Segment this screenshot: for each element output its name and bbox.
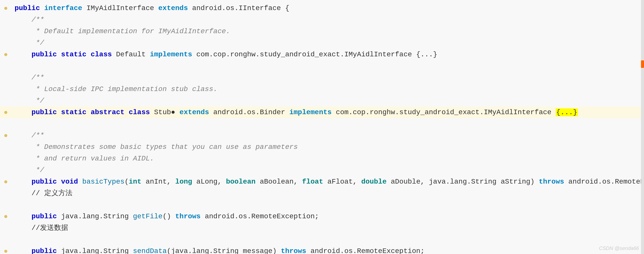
code-segment: Default: [112, 51, 150, 58]
code-segment: [15, 108, 31, 116]
code-line-8: * Local-side IPC implementation stub cla…: [0, 83, 644, 95]
code-segment: [87, 51, 91, 58]
code-line-7: /**: [0, 72, 644, 83]
code-segment: aFloat,: [323, 178, 361, 186]
code-segment: long: [175, 178, 192, 186]
code-segment: [15, 247, 31, 254]
code-content-1: public interface IMyAidlInterface extend…: [15, 3, 644, 14]
code-line-18: [0, 199, 644, 211]
gutter-dot-1: [4, 7, 7, 10]
code-segment: java.lang.String: [57, 247, 133, 254]
code-content-3: * Default implementation for IMyAidlInte…: [15, 26, 644, 37]
code-segment: public: [31, 108, 57, 116]
code-line-20: //发送数据: [0, 222, 644, 234]
code-line-22: public java.lang.String sendData(java.la…: [0, 245, 644, 254]
code-segment: /**: [15, 16, 44, 24]
code-segment: [15, 178, 31, 186]
code-content-2: /**: [15, 15, 644, 25]
code-content-8: * Local-side IPC implementation stub cla…: [15, 84, 644, 95]
code-segment: aDouble, java.lang.String aString): [387, 178, 539, 186]
code-segment: * Default implementation for IMyAidlInte…: [15, 27, 230, 35]
code-line-15: */: [0, 164, 644, 176]
code-line-5: public static class Default implements c…: [0, 49, 644, 60]
code-line-4: */: [0, 37, 644, 49]
code-segment: sendData: [133, 247, 167, 254]
code-segment: class: [91, 51, 112, 58]
gutter-dot-10: [4, 111, 7, 114]
code-segment: java.lang.String: [57, 213, 133, 220]
code-segment: aLong,: [192, 178, 226, 186]
code-content-4: */: [15, 38, 644, 48]
watermark: CSDN @senda66: [599, 244, 639, 252]
code-segment: throws: [175, 213, 201, 220]
code-segment: basicTypes: [82, 178, 125, 186]
code-segment: public: [31, 178, 57, 186]
code-segment: [57, 51, 61, 58]
code-content-15: */: [15, 165, 644, 176]
gutter-10: [2, 111, 10, 114]
scrollbar-right[interactable]: [641, 0, 644, 254]
code-segment: android.os.RemoteException;: [564, 178, 644, 186]
code-segment: */: [15, 39, 44, 47]
code-segment: android.os.Binder: [209, 108, 289, 116]
gutter-dot-19: [4, 215, 7, 218]
code-segment: [87, 108, 91, 116]
code-segment: com.cop.ronghw.study_android_exact.IMyAi…: [332, 108, 556, 116]
code-segment: [15, 51, 31, 58]
code-line-3: * Default implementation for IMyAidlInte…: [0, 26, 644, 37]
code-segment: [57, 108, 61, 116]
code-line-14: * and return values in AIDL.: [0, 153, 644, 164]
code-segment: aBoolean,: [256, 178, 302, 186]
code-segment: android.os.RemoteException;: [200, 213, 319, 220]
code-segment: extends: [179, 108, 209, 116]
code-segment: /**: [15, 74, 44, 81]
code-segment: Stub●: [150, 108, 180, 116]
code-content-17: // 定义方法: [15, 188, 644, 199]
code-content-12: /**: [15, 130, 644, 141]
gutter-1: [2, 7, 10, 10]
code-segment: public: [31, 213, 57, 220]
code-content-5: public static class Default implements c…: [15, 49, 644, 60]
code-line-9: */: [0, 95, 644, 107]
gutter-16: [2, 180, 10, 183]
code-segment: IMyAidlInterface: [82, 4, 158, 12]
gutter-19: [2, 215, 10, 218]
code-segment: ...}: [420, 51, 437, 58]
code-segment: interface: [44, 4, 82, 12]
code-segment: // 定义方法: [15, 189, 72, 197]
code-segment: class: [129, 108, 150, 116]
gutter-dot-22: [4, 250, 7, 253]
code-segment: public: [31, 51, 57, 58]
code-segment: (: [125, 178, 129, 186]
code-segment: android.os.IInterface {: [188, 4, 289, 12]
gutter-dot-12: [4, 134, 7, 137]
code-segment: [78, 178, 82, 186]
code-segment: boolean: [226, 178, 256, 186]
code-segment: com.cop.ronghw.study_android_exact.IMyAi…: [192, 51, 420, 58]
code-segment: int: [129, 178, 141, 186]
code-content-13: * Demonstrates some basic types that you…: [15, 142, 644, 152]
code-segment: /**: [15, 132, 44, 139]
code-content-16: public void basicTypes(int anInt, long a…: [15, 177, 644, 187]
code-segment: abstract: [91, 108, 125, 116]
code-segment: float: [302, 178, 323, 186]
code-segment: static: [61, 108, 87, 116]
code-segment: static: [61, 51, 87, 58]
gutter-dot-5: [4, 53, 7, 56]
code-line-19: public java.lang.String getFile() throws…: [0, 211, 644, 222]
gutter-12: [2, 134, 10, 137]
code-segment: (): [163, 213, 175, 220]
code-content-10: public static abstract class Stub● exten…: [15, 107, 644, 118]
code-segment: void: [61, 178, 78, 186]
code-segment: getFile: [133, 213, 163, 220]
code-line-2: /**: [0, 14, 644, 26]
code-segment: */: [15, 97, 44, 105]
code-segment: (java.lang.String message): [167, 247, 281, 254]
code-segment: [15, 213, 31, 220]
code-line-12: /**: [0, 130, 644, 141]
scrollbar-thumb[interactable]: [641, 60, 644, 68]
code-content-9: */: [15, 96, 644, 106]
code-segment: [57, 178, 61, 186]
code-segment: double: [361, 178, 387, 186]
code-segment: throws: [539, 178, 564, 186]
